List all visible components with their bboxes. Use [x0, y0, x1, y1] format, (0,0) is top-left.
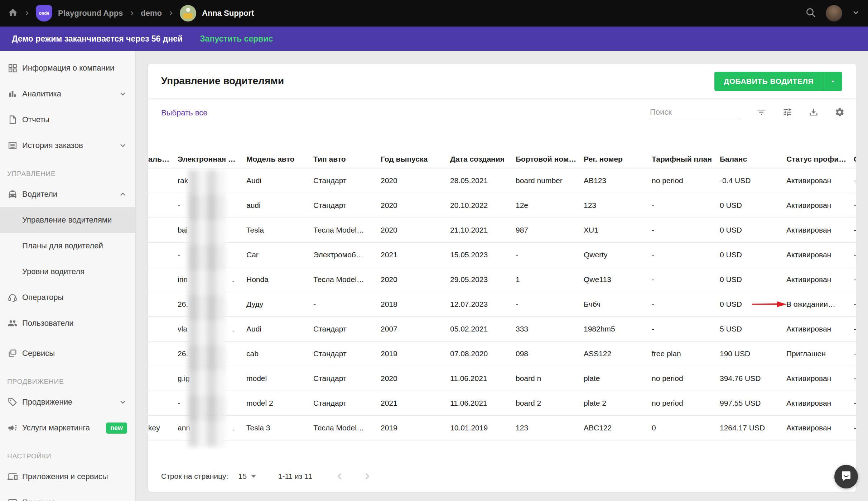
sidebar-item-bar-chart[interactable]: Аналитика — [0, 81, 135, 107]
sidebar-subitem-6[interactable]: Управление водителями — [0, 207, 135, 233]
search-icon[interactable] — [805, 7, 816, 20]
pagination: Строк на страницу: 15 1-11 из 11 — [161, 468, 372, 485]
onde-logo[interactable]: onde — [36, 5, 52, 22]
column-header-11[interactable]: С — [854, 155, 856, 163]
table-row[interactable]: vla.AudiСтандарт200705.02.20213331982hm5… — [148, 317, 856, 342]
column-header-9[interactable]: Баланс — [720, 155, 786, 163]
table-row[interactable]: 26.Дуду-201812.07.2023-Бчбч-0 USDВ ожида… — [148, 292, 856, 317]
table-row[interactable]: -audiСтандарт202020.10.202212e123-0 USDА… — [148, 193, 856, 218]
cell-c0: key — [148, 424, 178, 432]
cell-plan: - — [652, 201, 720, 210]
sidebar-item-devices[interactable]: Приложения и сервисы — [0, 464, 135, 490]
sidebar-section: УПРАВЛЕНИЕ — [0, 158, 135, 181]
chat-button[interactable] — [834, 465, 858, 488]
next-page-button[interactable] — [362, 472, 372, 481]
cell-tail: - — [854, 251, 856, 259]
rows-per-page-value[interactable]: 15 — [238, 472, 246, 481]
prev-page-button[interactable] — [335, 472, 344, 481]
column-header-5[interactable]: Дата создания — [450, 155, 516, 163]
company-avatar[interactable] — [180, 5, 196, 22]
chevron-down-icon[interactable] — [852, 8, 860, 18]
sidebar-item-tag[interactable]: Продвижение — [0, 389, 135, 415]
table-row[interactable]: rakAudiСтандарт202028.05.2021board numbe… — [148, 168, 856, 193]
gear-icon[interactable] — [834, 107, 845, 118]
sidebar-item-megaphone[interactable]: Услуги маркетингаnew — [0, 415, 135, 441]
sidebar-subitem-7[interactable]: Планы для водителей — [0, 233, 135, 259]
tune-icon[interactable] — [782, 107, 793, 118]
chevron-right-icon — [168, 10, 174, 16]
cell-plan: 0 — [652, 424, 720, 432]
rows-per-page-select[interactable]: 15 — [238, 472, 256, 481]
filter-icon[interactable] — [756, 107, 767, 118]
sidebar-item-document[interactable]: Отчеты — [0, 107, 135, 133]
add-driver-dropdown[interactable] — [823, 72, 842, 91]
breadcrumb-app[interactable]: Playground Apps — [58, 9, 123, 18]
breadcrumb-env[interactable]: demo — [141, 9, 162, 18]
cell-balance: 394.76 USD — [720, 374, 786, 383]
sidebar-item-headset[interactable]: Операторы — [0, 285, 135, 310]
sidebar-item-taxi[interactable]: Водители — [0, 181, 135, 207]
cell-model: Tesla 3 — [246, 424, 313, 432]
column-header-7[interactable]: Рег. номер — [584, 155, 652, 163]
column-header-10[interactable]: Статус профи… — [786, 155, 854, 163]
sidebar-item-list[interactable]: История заказов — [0, 133, 135, 158]
sidebar-item-label: Водители — [22, 190, 57, 199]
sidebar-item-people[interactable]: Пользователи — [0, 310, 135, 336]
column-header-1[interactable]: Электронная … — [178, 155, 246, 163]
table-row[interactable]: irin.HondaТесла Model…202029.05.20231Qwe… — [148, 267, 856, 292]
cell-board: 12e — [516, 201, 584, 210]
cell-plan: - — [652, 275, 720, 284]
page-title: Управление водителями — [161, 75, 284, 87]
table-row[interactable]: -model 2Стандарт202111.06.2021board 2pla… — [148, 391, 856, 416]
select-all-link[interactable]: Выбрать все — [161, 108, 207, 118]
search-input[interactable] — [650, 106, 739, 120]
launch-service-link[interactable]: Запустить сервис — [200, 34, 273, 44]
megaphone-icon — [7, 423, 18, 433]
column-header-4[interactable]: Год выпуска — [381, 155, 450, 163]
cell-board: 1 — [516, 275, 584, 284]
table-row[interactable]: g.igmodelСтандарт202011.06.2021board npl… — [148, 366, 856, 391]
add-driver-button-label[interactable]: ДОБАВИТЬ ВОДИТЕЛЯ — [714, 72, 823, 91]
sidebar-subitem-8[interactable]: Уровни водителя — [0, 259, 135, 285]
column-header-0[interactable]: аль… — [148, 155, 178, 163]
home-icon[interactable] — [8, 8, 18, 19]
chevron-down-icon — [119, 141, 127, 150]
cell-balance: 0 USD — [720, 226, 786, 234]
people-icon — [7, 318, 18, 329]
cell-created: 11.06.2021 — [450, 374, 516, 383]
cell-balance: -0.4 USD — [720, 176, 786, 185]
column-header-3[interactable]: Тип авто — [313, 155, 381, 163]
cell-status: Активирован — [786, 226, 854, 234]
chevron-down-icon — [119, 90, 127, 98]
cell-reg: plate — [584, 374, 652, 383]
breadcrumb: onde Playground Apps demo Anna Support — [8, 5, 254, 22]
cell-board: board number — [516, 176, 584, 185]
cell-board: 333 — [516, 325, 584, 333]
user-avatar[interactable] — [826, 5, 842, 22]
cell-status: Активирован — [786, 325, 854, 333]
sidebar-section: НАСТРОЙКИ — [0, 441, 135, 464]
table-row[interactable]: 26.cabСтандарт201907.08.2020098ASS122fre… — [148, 342, 856, 366]
cell-year: 2021 — [381, 399, 450, 407]
column-header-8[interactable]: Тарифный план — [652, 155, 720, 163]
layers-icon — [7, 348, 18, 359]
cell-reg: 123 — [584, 201, 652, 210]
add-driver-button[interactable]: ДОБАВИТЬ ВОДИТЕЛЯ — [714, 72, 842, 91]
column-header-6[interactable]: Бортовой ном… — [516, 155, 584, 163]
cell-board: board n — [516, 374, 584, 383]
sidebar-item-payment[interactable]: Платежи — [0, 490, 135, 501]
email-prefix: - — [178, 201, 180, 210]
table-row[interactable]: -CarЭлектромоб…202115.05.2023-Qwerty-0 U… — [148, 243, 856, 267]
table-row[interactable]: baiTeslaТесла Model…202021.10.2021987XU1… — [148, 218, 856, 243]
table-header: аль…Электронная …Модель автоТип автоГод … — [148, 150, 856, 168]
chevron-down-icon — [119, 498, 127, 501]
cell-tail: - — [854, 424, 856, 432]
email-prefix: rak — [178, 176, 188, 185]
download-icon[interactable] — [808, 107, 819, 118]
column-header-2[interactable]: Модель авто — [246, 155, 313, 163]
table-row[interactable]: keyann.Tesla 3Тесла Model…201910.01.2019… — [148, 416, 856, 440]
sidebar-item-grid[interactable]: Информация о компании — [0, 55, 135, 81]
sidebar-item-layers[interactable]: Сервисы — [0, 340, 135, 366]
breadcrumb-user[interactable]: Anna Support — [202, 9, 254, 18]
tag-icon — [7, 397, 18, 407]
